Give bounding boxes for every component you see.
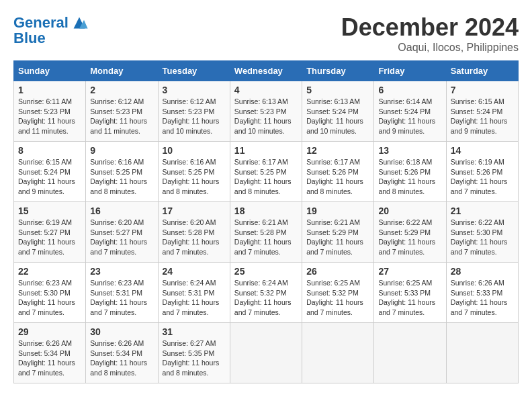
- day-number: 29: [18, 326, 81, 337]
- day-detail: Sunrise: 6:26 AMSunset: 5:34 PMDaylight:…: [18, 338, 81, 378]
- calendar-cell: 9Sunrise: 6:16 AMSunset: 5:25 PMDaylight…: [86, 142, 158, 202]
- day-detail: Sunrise: 6:21 AMSunset: 5:28 PMDaylight:…: [234, 218, 298, 257]
- day-number: 11: [234, 145, 298, 156]
- calendar-cell: [230, 323, 302, 383]
- month-title: December 2024: [341, 13, 519, 42]
- day-number: 13: [378, 145, 441, 156]
- calendar-cell: 11Sunrise: 6:17 AMSunset: 5:25 PMDayligh…: [230, 142, 302, 202]
- logo-icon: [70, 13, 89, 32]
- day-number: 8: [18, 145, 81, 156]
- calendar-cell: 28Sunrise: 6:26 AMSunset: 5:33 PMDayligh…: [446, 263, 518, 323]
- location: Oaqui, Ilocos, Philippines: [341, 42, 519, 54]
- day-detail: Sunrise: 6:12 AMSunset: 5:23 PMDaylight:…: [163, 97, 226, 136]
- calendar-cell: 27Sunrise: 6:25 AMSunset: 5:33 PMDayligh…: [374, 263, 446, 323]
- day-number: 20: [378, 205, 441, 216]
- day-detail: Sunrise: 6:17 AMSunset: 5:26 PMDaylight:…: [306, 157, 369, 197]
- calendar-cell: 25Sunrise: 6:24 AMSunset: 5:32 PMDayligh…: [230, 263, 302, 323]
- calendar-cell: 20Sunrise: 6:22 AMSunset: 5:29 PMDayligh…: [374, 202, 446, 263]
- calendar-cell: 5Sunrise: 6:13 AMSunset: 5:24 PMDaylight…: [302, 81, 374, 142]
- page-header: General Blue December 2024 Oaqui, Ilocos…: [13, 13, 519, 54]
- day-detail: Sunrise: 6:19 AMSunset: 5:26 PMDaylight:…: [451, 157, 514, 197]
- day-number: 18: [234, 205, 298, 216]
- calendar-week-4: 22Sunrise: 6:23 AMSunset: 5:30 PMDayligh…: [14, 263, 519, 323]
- day-number: 4: [234, 85, 298, 95]
- calendar-cell: [374, 323, 446, 383]
- day-detail: Sunrise: 6:20 AMSunset: 5:28 PMDaylight:…: [163, 218, 226, 257]
- calendar-cell: 19Sunrise: 6:21 AMSunset: 5:29 PMDayligh…: [302, 202, 374, 263]
- day-number: 19: [306, 205, 369, 216]
- day-detail: Sunrise: 6:15 AMSunset: 5:24 PMDaylight:…: [18, 157, 81, 197]
- day-detail: Sunrise: 6:25 AMSunset: 5:33 PMDaylight:…: [378, 278, 441, 318]
- day-number: 14: [451, 145, 514, 156]
- day-number: 10: [163, 145, 226, 156]
- day-number: 1: [18, 85, 81, 95]
- day-detail: Sunrise: 6:24 AMSunset: 5:32 PMDaylight:…: [234, 278, 298, 318]
- calendar-cell: 4Sunrise: 6:13 AMSunset: 5:23 PMDaylight…: [230, 81, 302, 142]
- day-detail: Sunrise: 6:13 AMSunset: 5:24 PMDaylight:…: [306, 97, 369, 136]
- day-detail: Sunrise: 6:27 AMSunset: 5:35 PMDaylight:…: [163, 338, 226, 378]
- day-number: 25: [234, 266, 298, 277]
- day-number: 16: [90, 205, 153, 216]
- day-detail: Sunrise: 6:22 AMSunset: 5:30 PMDaylight:…: [451, 218, 514, 257]
- calendar-cell: 23Sunrise: 6:23 AMSunset: 5:31 PMDayligh…: [86, 263, 158, 323]
- weekday-header-wednesday: Wednesday: [230, 61, 302, 81]
- day-number: 3: [163, 85, 226, 95]
- calendar-cell: 22Sunrise: 6:23 AMSunset: 5:30 PMDayligh…: [14, 263, 86, 323]
- calendar-cell: 8Sunrise: 6:15 AMSunset: 5:24 PMDaylight…: [14, 142, 86, 202]
- calendar-cell: 3Sunrise: 6:12 AMSunset: 5:23 PMDaylight…: [158, 81, 230, 142]
- logo: General Blue: [13, 13, 89, 47]
- calendar-cell: 21Sunrise: 6:22 AMSunset: 5:30 PMDayligh…: [446, 202, 518, 263]
- day-number: 2: [90, 85, 153, 95]
- calendar-week-2: 8Sunrise: 6:15 AMSunset: 5:24 PMDaylight…: [14, 142, 519, 202]
- day-detail: Sunrise: 6:20 AMSunset: 5:27 PMDaylight:…: [90, 218, 153, 257]
- day-detail: Sunrise: 6:23 AMSunset: 5:30 PMDaylight:…: [18, 278, 81, 318]
- weekday-header-saturday: Saturday: [446, 61, 518, 81]
- calendar-cell: 12Sunrise: 6:17 AMSunset: 5:26 PMDayligh…: [302, 142, 374, 202]
- day-number: 7: [451, 85, 514, 95]
- day-detail: Sunrise: 6:11 AMSunset: 5:23 PMDaylight:…: [18, 97, 81, 136]
- calendar-cell: 30Sunrise: 6:26 AMSunset: 5:34 PMDayligh…: [86, 323, 158, 383]
- day-number: 28: [451, 266, 514, 277]
- calendar-week-5: 29Sunrise: 6:26 AMSunset: 5:34 PMDayligh…: [14, 323, 519, 383]
- day-detail: Sunrise: 6:21 AMSunset: 5:29 PMDaylight:…: [306, 218, 369, 257]
- day-number: 22: [18, 266, 81, 277]
- day-number: 26: [306, 266, 369, 277]
- day-number: 17: [163, 205, 226, 216]
- calendar-cell: 24Sunrise: 6:24 AMSunset: 5:31 PMDayligh…: [158, 263, 230, 323]
- day-detail: Sunrise: 6:26 AMSunset: 5:33 PMDaylight:…: [451, 278, 514, 318]
- day-detail: Sunrise: 6:14 AMSunset: 5:24 PMDaylight:…: [378, 97, 441, 136]
- day-detail: Sunrise: 6:13 AMSunset: 5:23 PMDaylight:…: [234, 97, 298, 136]
- weekday-header-monday: Monday: [86, 61, 158, 81]
- day-detail: Sunrise: 6:16 AMSunset: 5:25 PMDaylight:…: [90, 157, 153, 197]
- day-number: 9: [90, 145, 153, 156]
- calendar-week-1: 1Sunrise: 6:11 AMSunset: 5:23 PMDaylight…: [14, 81, 519, 142]
- day-number: 27: [378, 266, 441, 277]
- calendar-week-3: 15Sunrise: 6:19 AMSunset: 5:27 PMDayligh…: [14, 202, 519, 263]
- calendar-table: SundayMondayTuesdayWednesdayThursdayFrid…: [13, 60, 519, 383]
- day-number: 30: [90, 326, 153, 337]
- title-block: December 2024 Oaqui, Ilocos, Philippines: [341, 13, 519, 54]
- calendar-cell: 18Sunrise: 6:21 AMSunset: 5:28 PMDayligh…: [230, 202, 302, 263]
- day-number: 12: [306, 145, 369, 156]
- day-number: 21: [451, 205, 514, 216]
- calendar-cell: 14Sunrise: 6:19 AMSunset: 5:26 PMDayligh…: [446, 142, 518, 202]
- logo-text: General: [13, 15, 69, 31]
- day-detail: Sunrise: 6:23 AMSunset: 5:31 PMDaylight:…: [90, 278, 153, 318]
- day-detail: Sunrise: 6:15 AMSunset: 5:24 PMDaylight:…: [451, 97, 514, 136]
- day-detail: Sunrise: 6:26 AMSunset: 5:34 PMDaylight:…: [90, 338, 153, 378]
- calendar-cell: [446, 323, 518, 383]
- day-detail: Sunrise: 6:19 AMSunset: 5:27 PMDaylight:…: [18, 218, 81, 257]
- calendar-cell: 29Sunrise: 6:26 AMSunset: 5:34 PMDayligh…: [14, 323, 86, 383]
- calendar-cell: 1Sunrise: 6:11 AMSunset: 5:23 PMDaylight…: [14, 81, 86, 142]
- calendar-cell: 6Sunrise: 6:14 AMSunset: 5:24 PMDaylight…: [374, 81, 446, 142]
- weekday-header-thursday: Thursday: [302, 61, 374, 81]
- day-number: 31: [163, 326, 226, 337]
- calendar-cell: 17Sunrise: 6:20 AMSunset: 5:28 PMDayligh…: [158, 202, 230, 263]
- day-number: 24: [163, 266, 226, 277]
- weekday-header-sunday: Sunday: [14, 61, 86, 81]
- weekday-header-friday: Friday: [374, 61, 446, 81]
- day-detail: Sunrise: 6:17 AMSunset: 5:25 PMDaylight:…: [234, 157, 298, 197]
- day-number: 6: [378, 85, 441, 95]
- calendar-cell: [302, 323, 374, 383]
- calendar-cell: 10Sunrise: 6:16 AMSunset: 5:25 PMDayligh…: [158, 142, 230, 202]
